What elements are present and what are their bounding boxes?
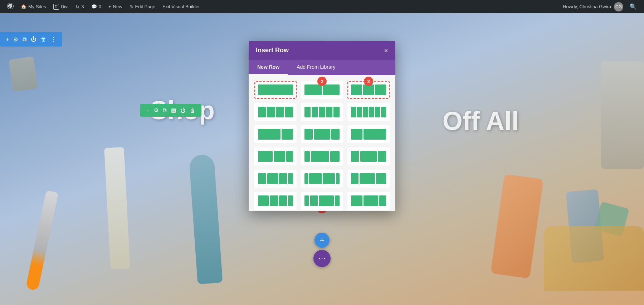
layout-col [363, 84, 374, 95]
admin-bar: 🏠 My Sites D Divi ↻ 3 💬 0 + New ✎ Edit P… [0, 0, 644, 13]
layout-3wide-center[interactable] [347, 170, 390, 188]
layout-2col[interactable]: 2 [301, 81, 343, 99]
layout-wide-narrow[interactable] [254, 125, 297, 143]
plus-icon: + [108, 4, 111, 9]
layout-grid: 2 3 [254, 81, 390, 210]
divi-menu[interactable]: D Divi [50, 0, 72, 13]
exit-vb-label: Exit Visual Builder [162, 4, 200, 9]
layout-col [323, 84, 340, 95]
layout-1col[interactable] [254, 81, 297, 99]
layout-6col[interactable] [347, 103, 390, 121]
layout-col [375, 84, 386, 95]
divi-icon: D [53, 4, 59, 10]
layout-asym3[interactable] [347, 147, 390, 165]
modal-title: Insert Row [256, 47, 289, 54]
layout-4col-v3[interactable] [301, 192, 343, 210]
layout-3col[interactable]: 3 [347, 81, 390, 99]
insert-row-modal: Insert Row × New Row Add From Library 2 [249, 41, 395, 211]
wp-logo[interactable] [4, 0, 17, 13]
layout-col [351, 84, 362, 95]
comments-count: 0 [99, 4, 101, 9]
comments-menu[interactable]: 💬 0 [88, 0, 105, 13]
layout-col [258, 84, 293, 95]
layout-4col-v2[interactable] [254, 192, 297, 210]
user-avatar[interactable]: CG [614, 2, 623, 11]
my-sites-icon: 🏠 [21, 4, 26, 9]
new-content-menu[interactable]: + New [105, 0, 126, 13]
badge-2: 2 [317, 77, 327, 86]
howdy-text: Howdy, Christina Gwira [563, 4, 611, 9]
comments-icon: 💬 [91, 4, 97, 9]
edit-page-label: Edit Page [135, 4, 155, 9]
layout-4asym1[interactable] [254, 170, 297, 188]
layout-4col[interactable] [254, 103, 297, 121]
new-label: New [113, 4, 122, 9]
updates-icon: ↻ [75, 4, 79, 9]
tab-add-from-library[interactable]: Add From Library [288, 60, 344, 75]
layout-4asym2[interactable] [301, 170, 343, 188]
layout-narrow-wide[interactable] [347, 125, 390, 143]
modal-overlay: Insert Row × New Row Add From Library 2 [0, 26, 644, 305]
edit-icon: ✎ [130, 4, 133, 9]
exit-vb-btn[interactable]: Exit Visual Builder [159, 0, 204, 13]
layout-col [304, 84, 322, 95]
layout-asym2[interactable] [301, 147, 343, 165]
tab-new-row[interactable]: New Row [249, 60, 288, 75]
badge-3: 3 [364, 77, 373, 86]
admin-bar-right: Howdy, Christina Gwira CG 🔍 [563, 2, 640, 11]
updates-menu[interactable]: ↻ 3 [72, 0, 87, 13]
modal-tabs: New Row Add From Library [249, 60, 395, 75]
layout-5col[interactable] [301, 103, 343, 121]
wp-icon [7, 3, 14, 10]
layout-3col-rightnarrow[interactable] [347, 192, 390, 210]
layout-asym1[interactable] [254, 147, 297, 165]
modal-close-btn[interactable]: × [384, 47, 388, 54]
updates-count: 3 [81, 4, 84, 9]
layout-3col-mix[interactable] [301, 125, 343, 143]
my-sites-label: My Sites [28, 4, 46, 9]
modal-header: Insert Row × [249, 41, 395, 60]
search-icon[interactable]: 🔍 [626, 3, 640, 10]
divi-label: Divi [61, 4, 69, 9]
my-sites-menu[interactable]: 🏠 My Sites [17, 0, 50, 13]
page-background: Shop Off All + ⚙ ⧉ ⏻ 🗑 ⋮ + ⚙ ⧉ ▦ ⏻ 🗑 ↓ 1… [0, 13, 644, 305]
modal-body: 2 3 [249, 75, 395, 211]
edit-page-btn[interactable]: ✎ Edit Page [126, 0, 159, 13]
